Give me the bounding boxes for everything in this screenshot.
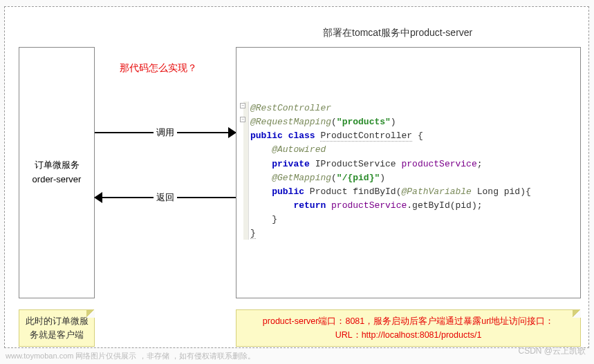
annotation: @RestController: [250, 103, 331, 113]
string: "products": [337, 117, 391, 127]
arrow-call-label: 调用: [154, 126, 177, 139]
semi: ;: [477, 159, 483, 169]
product-server-box: − − @RestController @RequestMapping("pro…: [236, 47, 581, 298]
paren: (: [331, 117, 337, 127]
brace: }: [250, 228, 256, 239]
type: Product: [310, 186, 348, 197]
brace: {: [412, 131, 423, 141]
fold-icon: −: [240, 103, 245, 108]
method: findById: [353, 186, 396, 197]
question-text: 那代码怎么实现？: [120, 62, 197, 75]
keyword: private: [272, 159, 310, 169]
annotation: @RequestMapping: [250, 117, 331, 127]
paren: ){: [520, 186, 531, 197]
code-block: @RestController @RequestMapping("product…: [250, 102, 531, 240]
type: Long: [477, 186, 499, 197]
annotation: @Autowired: [272, 144, 326, 155]
diagram-container: 订单微服务 order-server 那代码怎么实现？ 调用 返回 部署在tom…: [4, 6, 589, 348]
string: "/{pid}": [337, 173, 380, 183]
note-left-line1: 此时的订单微服: [24, 314, 90, 328]
keyword: public: [272, 186, 304, 197]
class-name: ProductController: [320, 131, 412, 142]
order-server-box: 订单微服务 order-server: [19, 47, 95, 298]
paren: ): [391, 117, 396, 127]
order-server-label-cn: 订单微服务: [35, 158, 80, 173]
arrow-head-left-icon: [94, 192, 102, 203]
paren: ): [380, 173, 385, 183]
watermark-right: CSDN @云上凯歌: [518, 345, 586, 357]
variable: productService: [401, 159, 476, 169]
type: IProductService: [315, 159, 396, 169]
annotation: @GetMapping: [272, 173, 331, 183]
dot: .: [407, 200, 412, 211]
keyword: public: [250, 131, 283, 141]
note-left-line2: 务就是客户端: [24, 328, 90, 342]
note-right: product-server端口：8081，服务启动后客户端通过暴露url地址访…: [236, 309, 581, 347]
paren: (: [396, 186, 402, 197]
note-right-line2: URL：http://localhost:8081/products/1: [241, 328, 576, 342]
fold-icon: −: [240, 117, 245, 122]
keyword: return: [293, 200, 326, 211]
arrow-return-label: 返回: [154, 191, 177, 204]
annotation: @PathVariable: [402, 186, 472, 197]
variable: productService: [331, 200, 407, 211]
arrow-return: 返回: [95, 191, 236, 204]
brace: }: [250, 214, 277, 224]
arrow-call: 调用: [95, 126, 236, 140]
watermark-left: www.toymoban.com 网络图片仅供展示 ，非存储 ，如有侵权请联系删…: [6, 351, 255, 361]
args: (pid);: [450, 200, 483, 211]
method-call: getById: [412, 200, 450, 211]
product-server-title: 部署在tomcat服务中product-server: [323, 27, 472, 39]
note-left: 此时的订单微服 务就是客户端: [19, 309, 95, 347]
note-right-line1: product-server端口：8081，服务启动后客户端通过暴露url地址访…: [241, 314, 576, 328]
paren: (: [331, 173, 337, 183]
code-gutter: [243, 102, 249, 240]
param: pid: [504, 186, 520, 197]
keyword: class: [288, 131, 315, 141]
order-server-label-en: order-server: [33, 173, 82, 187]
